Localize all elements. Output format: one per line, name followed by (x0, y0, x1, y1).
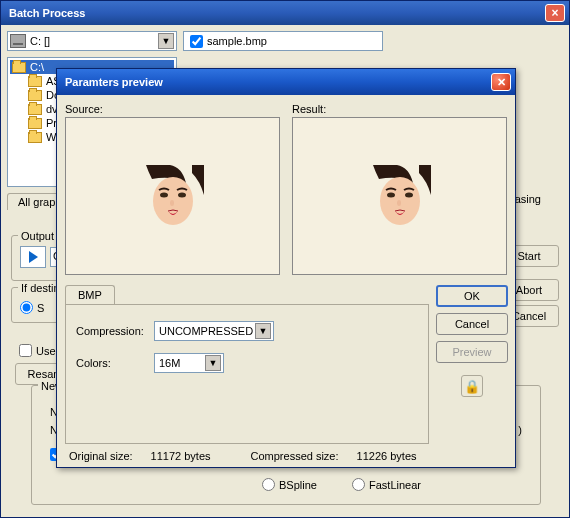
colors-label: Colors: (76, 357, 154, 369)
svg-point-2 (160, 193, 168, 198)
result-preview-pane (292, 117, 507, 275)
result-label: Result: (292, 103, 507, 115)
file-label: sample.bmp (207, 35, 267, 47)
outer-title-text: Batch Process (5, 7, 545, 19)
modal-titlebar: Paramters preview ✕ (57, 69, 515, 95)
output-go-button[interactable] (20, 246, 46, 268)
output-group-title: Output (18, 230, 57, 242)
drive-dropdown-button[interactable]: ▼ (158, 33, 174, 49)
svg-point-8 (405, 193, 413, 198)
compression-combobox[interactable]: UNCOMPRESSED ▼ (154, 321, 274, 341)
modal-cancel-button[interactable]: Cancel (436, 313, 508, 335)
compressed-size-value: 11226 bytes (357, 450, 417, 462)
use-checkbox[interactable] (19, 344, 32, 357)
folder-root-label: C:\ (30, 61, 44, 73)
folder-icon (28, 118, 42, 129)
original-size-value: 11172 bytes (151, 450, 211, 462)
preview-button[interactable]: Preview (436, 341, 508, 363)
ok-button[interactable]: OK (436, 285, 508, 307)
source-label: Source: (65, 103, 280, 115)
modal-title-text: Paramters preview (61, 76, 491, 88)
svg-point-7 (387, 193, 395, 198)
drive-value: C: [] (30, 35, 158, 47)
compression-label: Compression: (76, 325, 154, 337)
svg-point-4 (170, 200, 174, 206)
compression-dropdown-button[interactable]: ▼ (255, 323, 271, 339)
original-size-label: Original size: (69, 450, 133, 462)
folder-icon (28, 76, 42, 87)
drive-combobox[interactable]: C: [] ▼ (7, 31, 177, 51)
parameters-preview-dialog: Paramters preview ✕ Source: (56, 68, 516, 468)
drive-icon (10, 34, 26, 48)
lock-button[interactable]: 🔒 (461, 375, 483, 397)
colors-dropdown-button[interactable]: ▼ (205, 355, 221, 371)
svg-point-3 (178, 193, 186, 198)
folder-icon (28, 90, 42, 101)
outer-close-button[interactable]: × (545, 4, 565, 22)
source-thumbnail (142, 165, 204, 227)
folder-icon (28, 132, 42, 143)
source-preview-pane (65, 117, 280, 275)
lock-icon: 🔒 (464, 379, 480, 394)
file-checkbox[interactable] (190, 35, 203, 48)
file-list-item[interactable]: sample.bmp (183, 31, 383, 51)
svg-point-9 (397, 200, 401, 206)
colors-value: 16M (159, 357, 205, 369)
compressed-size-label: Compressed size: (251, 450, 339, 462)
colors-combobox[interactable]: 16M ▼ (154, 353, 224, 373)
bspline-radio[interactable] (262, 478, 275, 491)
folder-icon (28, 104, 42, 115)
compression-value: UNCOMPRESSED (159, 325, 255, 337)
dest-radio[interactable] (20, 301, 33, 314)
folder-open-icon (12, 62, 26, 73)
outer-titlebar: Batch Process × (1, 1, 569, 25)
fastlinear-radio[interactable] (352, 478, 365, 491)
arrow-right-icon (29, 251, 38, 263)
bmp-tab-panel: Compression: UNCOMPRESSED ▼ Colors: 16M … (65, 304, 429, 444)
tab-bmp[interactable]: BMP (65, 285, 115, 304)
modal-close-button[interactable]: ✕ (491, 73, 511, 91)
result-thumbnail (369, 165, 431, 227)
